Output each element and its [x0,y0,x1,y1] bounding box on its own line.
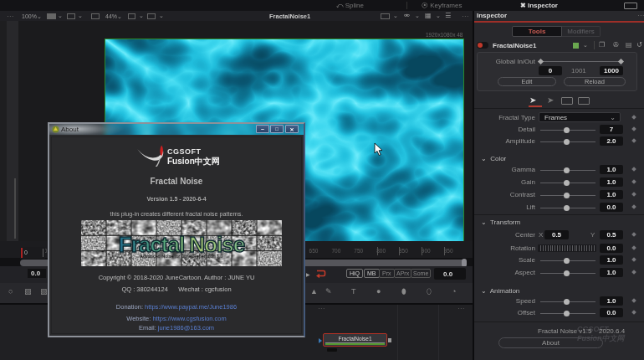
svg-text:Advanced Noise for June Genera: Advanced Noise for June Generation 1.0 [140,254,222,259]
